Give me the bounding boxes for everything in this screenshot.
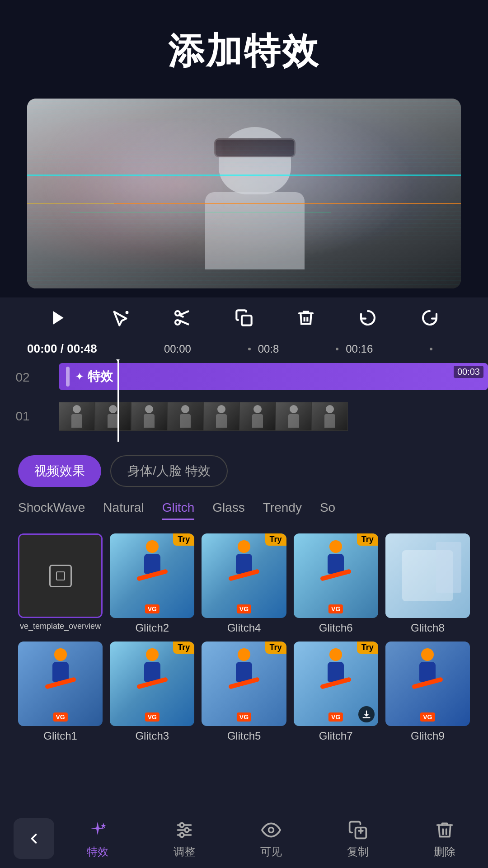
effect-thumb-glitch7: VG Try (294, 642, 378, 726)
track-label-02: 02 (0, 370, 45, 385)
effect-item-glitch8[interactable]: Glitch8 (385, 533, 470, 634)
svg-rect-8 (242, 316, 252, 326)
effect-item-glitch5[interactable]: VG Try Glitch5 (202, 642, 286, 742)
timestamp-mark-0: 00:00 (164, 343, 191, 355)
timeline-area: 00:00 / 00:48 00:00 00:8 00:16 02 (0, 338, 488, 446)
video-preview (27, 99, 461, 288)
track-02-content[interactable]: ✦ 特效 00:03 (45, 359, 488, 396)
effect-thumb-template (18, 533, 103, 618)
timestamp-mark-2: 00:16 (336, 343, 373, 355)
track-01-content[interactable] (45, 398, 488, 434)
svg-point-14 (180, 833, 184, 837)
trash-button[interactable] (295, 307, 317, 329)
video-thumb-6 (239, 402, 276, 431)
category-natural[interactable]: Natural (103, 500, 144, 520)
nav-item-adjust[interactable]: 调整 (173, 818, 196, 859)
video-thumb-8 (312, 402, 348, 431)
back-button[interactable] (14, 818, 54, 859)
effect-label-glitch6: Glitch6 (319, 622, 353, 634)
category-trendy[interactable]: Trendy (263, 500, 302, 520)
effect-item-template[interactable]: ve_template_overview (18, 533, 103, 634)
copy-button[interactable] (233, 307, 255, 329)
video-thumb-1 (59, 402, 95, 431)
video-thumbnail-track (59, 402, 488, 431)
redo-button[interactable] (418, 307, 441, 329)
video-thumb-7 (276, 402, 312, 431)
dot-2 (336, 348, 338, 350)
effect-label-glitch7: Glitch7 (319, 730, 353, 742)
playhead-arrow (114, 359, 122, 362)
copy-plus-icon (346, 818, 370, 842)
nav-label-visible: 可见 (260, 844, 282, 859)
nav-label-effects: 特效 (87, 844, 108, 859)
undo-button[interactable] (357, 307, 379, 329)
video-thumb-3 (131, 402, 167, 431)
effect-label-glitch8: Glitch8 (411, 622, 445, 634)
tab-body-face-effects[interactable]: 身体/人脸 特效 (110, 455, 228, 487)
toolbar (0, 297, 488, 338)
svg-point-4 (175, 320, 180, 325)
eye-svg (261, 820, 281, 840)
timestamp-mark-3 (430, 343, 432, 355)
effect-item-glitch6[interactable]: VG Try Glitch6 (294, 533, 378, 634)
mark-label-1: 00:8 (258, 343, 279, 355)
cursor-plus-button[interactable] (109, 307, 131, 329)
noise-line-1 (27, 175, 461, 176)
svg-point-13 (185, 828, 189, 832)
cursor-plus-icon (111, 309, 129, 327)
download-icon (361, 709, 371, 719)
effect-item-glitch1[interactable]: VG Glitch1 (18, 642, 103, 742)
current-time: 00:00 / 00:48 (27, 342, 127, 356)
effect-label-glitch1: Glitch1 (43, 730, 77, 742)
mark-label-0: 00:00 (164, 343, 191, 355)
effect-thumb-glitch2: VG Try (110, 533, 194, 618)
effect-label-glitch5: Glitch5 (227, 730, 261, 742)
effect-label-glitch4: Glitch4 (227, 622, 261, 634)
effect-thumb-glitch1: VG (18, 642, 103, 726)
dot-1 (248, 348, 251, 350)
try-badge-glitch5: Try (265, 642, 286, 654)
svg-line-6 (179, 321, 189, 325)
category-so[interactable]: So (320, 500, 335, 520)
video-thumb-4 (167, 402, 203, 431)
play-icon (49, 309, 67, 327)
effects-type-tabs: 视频效果 身体/人脸 特效 (0, 446, 488, 496)
video-thumb-5 (203, 402, 239, 431)
scissors-button[interactable] (171, 307, 193, 329)
trash-icon (297, 309, 315, 327)
sparkle-svg (88, 820, 108, 840)
effect-track-handle[interactable] (66, 367, 70, 387)
category-tabs: ShockWave Natural Glitch Glass Trendy So (0, 496, 488, 524)
delete-icon (433, 818, 456, 842)
template-icon-inner (56, 571, 65, 580)
effect-thumb-glitch9: VG (385, 642, 470, 726)
effect-item-glitch9[interactable]: VG Glitch9 (385, 642, 470, 742)
effect-item-glitch4[interactable]: VG Try Glitch4 (202, 533, 286, 634)
tab-video-effects[interactable]: 视频效果 (18, 455, 101, 487)
effect-item-glitch3[interactable]: VG Try Glitch3 (110, 642, 194, 742)
nav-item-duplicate[interactable]: 复制 (346, 818, 370, 859)
effect-label-template: ve_template_overview (20, 622, 101, 631)
effect-label-glitch9: Glitch9 (411, 730, 445, 742)
effects-grid: ve_template_overview VG Try Glitch2 VG T… (0, 524, 488, 751)
page-title: 添加特效 (0, 27, 488, 76)
nav-item-visible[interactable]: 可见 (259, 818, 283, 859)
download-badge-glitch7[interactable] (358, 706, 375, 722)
nav-items: 特效 调整 (54, 818, 488, 859)
effect-track-bar[interactable]: ✦ 特效 00:03 (59, 363, 488, 390)
back-icon (26, 830, 42, 847)
svg-point-12 (180, 823, 184, 827)
mark-label-2: 00:16 (346, 343, 373, 355)
header: 添加特效 (0, 0, 488, 90)
category-glass[interactable]: Glass (212, 500, 245, 520)
effect-item-glitch2[interactable]: VG Try Glitch2 (110, 533, 194, 634)
nav-item-delete[interactable]: 删除 (433, 818, 456, 859)
play-button[interactable] (47, 307, 70, 329)
template-icon-border (49, 565, 72, 587)
effect-item-glitch7[interactable]: VG Try Glitch7 (294, 642, 378, 742)
category-glitch[interactable]: Glitch (162, 500, 195, 520)
try-badge-glitch3: Try (173, 642, 194, 654)
nav-item-effects[interactable]: 特效 (86, 818, 109, 859)
category-shockwave[interactable]: ShockWave (18, 500, 85, 520)
svg-line-7 (179, 315, 183, 317)
